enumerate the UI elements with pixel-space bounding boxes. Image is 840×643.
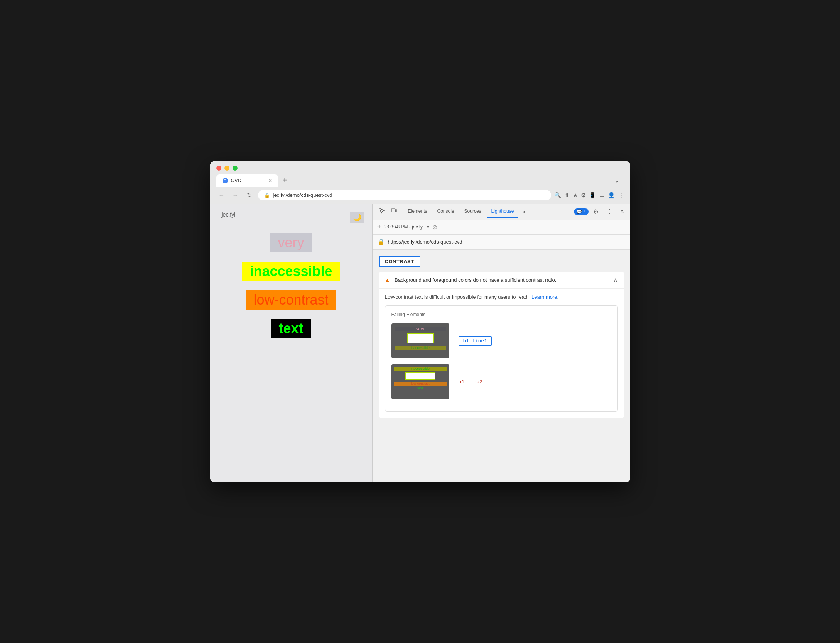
devtools-toolbar: Elements Console Sources Lighthouse » [373, 204, 630, 220]
site-label: jec.fyi [222, 212, 236, 218]
audit-description: Low-contrast text is difficult or imposs… [385, 289, 618, 306]
failing-elements-title: Failing Elements [391, 312, 611, 317]
failing-elements-box: Failing Elements very inaccessible [385, 305, 618, 412]
more-options-button[interactable]: ⋮ [603, 206, 616, 217]
tab-elements[interactable]: Elements [403, 205, 432, 218]
address-bar: ← → ↻ 🔒 jec.fyi/demo/cds-quest-cvd 🔍 ⬆ ★… [210, 187, 630, 204]
audit-header-text: Background and foreground colors do not … [395, 277, 608, 283]
chat-count: 4 [584, 209, 586, 214]
devtools-actions: 💬 4 ⚙ ⋮ × [574, 206, 627, 217]
failing-thumbnail-1: very inaccessible [391, 323, 449, 358]
star-icon[interactable]: ★ [573, 192, 578, 199]
inspect-element-button[interactable] [376, 205, 388, 218]
reload-button[interactable]: ↻ [244, 190, 255, 201]
search-icon[interactable]: 🔍 [554, 192, 562, 199]
demo-text-element: text [271, 319, 311, 338]
profile-icon[interactable]: 👤 [608, 192, 615, 199]
lighthouse-url: https://jec.fyi/demo/cds-quest-cvd [388, 239, 616, 245]
add-report-button[interactable]: + [377, 223, 381, 231]
thumb2-highlight-box [405, 372, 435, 380]
audit-header[interactable]: ▲ Background and foreground colors do no… [379, 272, 624, 288]
back-button[interactable]: ← [216, 190, 227, 201]
devtools-body: CONTRAST ▲ Background and foreground col… [373, 250, 630, 482]
failing-selector-1[interactable]: h1.line1 [459, 336, 492, 346]
new-tab-button[interactable]: + [278, 174, 292, 186]
thumb2-inacc-text: inaccessible [394, 367, 447, 371]
thumb2-low-text: low-contrast [394, 382, 447, 386]
close-devtools-button[interactable]: × [617, 206, 627, 217]
page-content: jec.fyi 🌙 very inaccessible low-contrast… [210, 204, 372, 482]
share-icon[interactable]: ⬆ [565, 192, 570, 199]
learn-more-link[interactable]: Learn more [531, 294, 557, 300]
dark-mode-toggle[interactable]: 🌙 [350, 212, 364, 223]
settings-button[interactable]: ⚙ [590, 206, 602, 217]
demo-low-contrast-text: low-contrast [246, 290, 336, 310]
audit-item: ▲ Background and foreground colors do no… [379, 272, 624, 418]
tab-title: CVD [231, 178, 241, 183]
tab-console[interactable]: Console [433, 205, 459, 218]
failing-thumbnail-2: inaccessible low-contrast text [391, 364, 449, 399]
tabs-bar: C CVD × + ⌄ [216, 174, 624, 187]
url-lock-icon: 🔒 [377, 238, 385, 245]
content-area: jec.fyi 🌙 very inaccessible low-contrast… [210, 204, 630, 482]
puzzle-icon[interactable]: 📱 [589, 192, 596, 199]
url-more-options-button[interactable]: ⋮ [619, 238, 626, 246]
browser-tab-cvd[interactable]: C CVD × [216, 174, 278, 187]
title-bar: C CVD × + ⌄ [210, 161, 630, 187]
timestamp-chevron-icon[interactable]: ▾ [427, 224, 429, 230]
audit-body: Low-contrast text is difficult or imposs… [379, 288, 624, 418]
extension-icon[interactable]: ⚙ [581, 192, 586, 199]
thumb-very-text: very [395, 327, 446, 331]
thumb2-text-el: text [394, 386, 447, 390]
demo-very-text: very [270, 233, 312, 252]
more-tabs-button[interactable]: » [519, 207, 528, 216]
tab-chevron-icon: ⌄ [610, 175, 624, 186]
url-text: jec.fyi/demo/cds-quest-cvd [273, 192, 332, 198]
report-timestamp: 2:03:48 PM - jec.fyi [384, 224, 424, 230]
failing-row-2: inaccessible low-contrast text h1.line2 [391, 364, 611, 399]
lock-icon: 🔒 [264, 193, 270, 198]
more-icon[interactable]: ⋮ [618, 192, 624, 199]
forward-button[interactable]: → [230, 190, 241, 201]
audit-collapse-button[interactable]: ∧ [613, 276, 618, 284]
chat-badge[interactable]: 💬 4 [574, 208, 589, 215]
minimize-window-button[interactable] [224, 166, 229, 171]
contrast-badge[interactable]: CONTRAST [379, 256, 420, 267]
failing-row: very inaccessible h1.line1 [391, 323, 611, 358]
svg-rect-1 [396, 210, 397, 212]
lighthouse-url-bar: 🔒 https://jec.fyi/demo/cds-quest-cvd ⋮ [373, 235, 630, 250]
address-input[interactable]: 🔒 jec.fyi/demo/cds-quest-cvd [258, 190, 551, 200]
devtools-tabs: Elements Console Sources Lighthouse » [400, 205, 574, 218]
sidebar-icon[interactable]: ▭ [599, 192, 605, 199]
svg-rect-0 [391, 209, 395, 212]
tab-lighthouse[interactable]: Lighthouse [487, 205, 519, 218]
demo-inaccessible-text: inaccessible [242, 262, 340, 281]
thumb-highlight-box-1 [407, 333, 434, 343]
tab-sources[interactable]: Sources [460, 205, 486, 218]
close-window-button[interactable] [216, 166, 221, 171]
tab-favicon: C [223, 178, 228, 183]
failing-selector-2[interactable]: h1.line2 [459, 379, 482, 385]
warning-icon: ▲ [385, 277, 390, 283]
tab-close-button[interactable]: × [268, 178, 272, 184]
chat-icon: 💬 [577, 209, 582, 214]
traffic-lights [216, 166, 624, 171]
browser-window: C CVD × + ⌄ ← → ↻ 🔒 jec.fyi/demo/cds-que… [210, 161, 630, 482]
device-toolbar-button[interactable] [388, 205, 400, 218]
demo-text-area: very inaccessible low-contrast text [222, 233, 361, 338]
maximize-window-button[interactable] [233, 166, 238, 171]
lighthouse-subbar: + 2:03:48 PM - jec.fyi ▾ ⊘ [373, 220, 630, 235]
thumb-inacc-text: inaccessible [395, 346, 446, 350]
devtools-panel: Elements Console Sources Lighthouse » [372, 204, 630, 482]
address-actions: 🔍 ⬆ ★ ⚙ 📱 ▭ 👤 ⋮ [554, 192, 624, 199]
block-icon: ⊘ [432, 223, 437, 231]
